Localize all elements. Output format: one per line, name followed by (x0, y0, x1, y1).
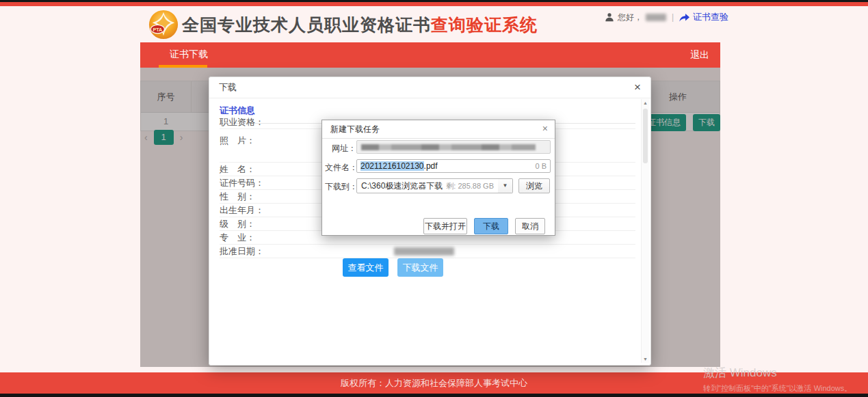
scroll-thumb[interactable] (643, 109, 648, 163)
dialog-download-button[interactable]: 下载 (474, 218, 508, 234)
field-label: 照 片： (220, 135, 281, 147)
filename-label: 文件名： (325, 162, 356, 174)
field-label: 姓 名： (220, 163, 281, 176)
url-label: 网址： (325, 143, 356, 154)
screen: PTA 全国专业技术人员职业资格证书查询验证系统 您好， | 证书查验 证书下载… (0, 0, 868, 397)
saveto-dropdown-icon[interactable]: ▼ (498, 178, 513, 193)
scroll-down-icon[interactable]: ▼ (642, 357, 649, 361)
bottom-edge-strip (0, 394, 868, 397)
page-title-main: 全国专业技术人员职业资格证书 (182, 15, 431, 34)
download-file-button[interactable]: 下载文件 (397, 258, 443, 277)
field-label: 证件号码： (220, 177, 281, 189)
share-arrow-icon (679, 13, 689, 22)
tab-cert-download[interactable]: 证书下载 (170, 42, 208, 65)
footer: 版权所有：人力资源和社会保障部人事考试中心 (0, 372, 868, 394)
modal-buttons: 查看文件 下载文件 (343, 258, 443, 277)
saveto-select[interactable]: C:\360极速浏览器下载 剩: 285.88 GB (356, 178, 499, 193)
page-title-accent: 查询验证系统 (431, 15, 538, 34)
scroll-up-icon[interactable]: ▲ (642, 100, 649, 105)
free-space-text: 剩: 285.88 GB (446, 181, 494, 191)
field-label: 职业资格： (220, 116, 281, 128)
pta-logo-icon: PTA (148, 9, 179, 40)
field-label: 批准日期： (220, 245, 281, 258)
logout-button[interactable]: 退出 (690, 42, 709, 68)
header: PTA 全国专业技术人员职业资格证书查询验证系统 (148, 8, 538, 41)
modal-scrollbar[interactable]: ▲ ▼ (641, 99, 649, 363)
filename-extension: .pdf (424, 161, 438, 171)
download-and-open-button[interactable]: 下载并打开 (423, 218, 467, 234)
field-label: 级 别： (220, 218, 281, 230)
modal-close-icon[interactable]: × (634, 81, 641, 94)
page-title: 全国专业技术人员职业资格证书查询验证系统 (182, 14, 538, 36)
new-download-task-dialog: 新建下载任务 × 网址： 文件名： 20211216102130 .pdf 0 … (321, 120, 555, 236)
filename-selected-text: 20211216102130 (360, 161, 424, 171)
cert-verify-link[interactable]: 证书查验 (693, 11, 728, 23)
greeting-text: 您好， (618, 12, 642, 23)
filename-input[interactable]: 20211216102130 .pdf 0 B (356, 159, 551, 173)
redacted-approve-date (394, 247, 454, 256)
browse-button[interactable]: 浏览 (518, 178, 550, 193)
saveto-path-text: C:\360极速浏览器下载 (361, 180, 443, 192)
field-label: 出生年月： (220, 204, 281, 217)
modal-title: 下载 (209, 77, 650, 98)
file-size-text: 0 B (535, 162, 547, 170)
top-accent-strip (0, 2, 868, 6)
redacted-username (646, 14, 666, 21)
dialog-title: 新建下载任务 (322, 120, 555, 139)
saveto-label: 下载到： (325, 181, 356, 193)
view-file-button[interactable]: 查看文件 (343, 258, 389, 277)
copyright-text: 版权所有：人力资源和社会保障部人事考试中心 (341, 378, 527, 388)
url-input[interactable] (356, 140, 551, 154)
field-approve-date: 批准日期： (220, 245, 635, 258)
user-bar: 您好， | 证书查验 (605, 11, 728, 23)
navbar: 证书下载 退出 (140, 42, 720, 68)
redacted-url (361, 144, 536, 150)
field-label: 专 业： (220, 232, 281, 244)
separator: | (672, 12, 674, 22)
dialog-close-icon[interactable]: × (542, 123, 548, 134)
field-label: 性 别： (220, 191, 281, 203)
svg-text:PTA: PTA (153, 27, 162, 33)
cancel-button[interactable]: 取消 (515, 218, 545, 234)
user-icon (605, 12, 614, 22)
